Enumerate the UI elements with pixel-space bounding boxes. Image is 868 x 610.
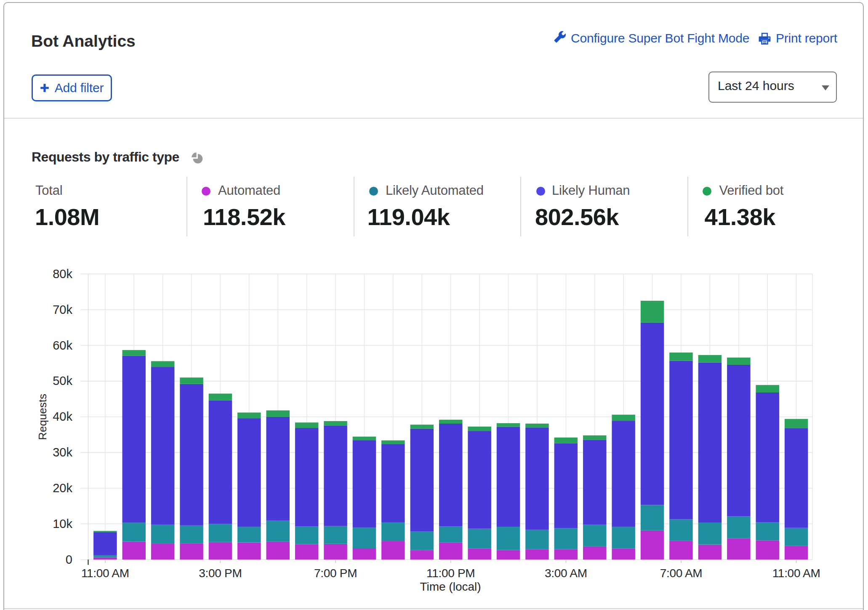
svg-text:3:00 AM: 3:00 AM bbox=[545, 567, 587, 580]
svg-text:11:00 PM: 11:00 PM bbox=[426, 567, 475, 580]
svg-text:30k: 30k bbox=[53, 446, 72, 459]
svg-text:11:00 AM: 11:00 AM bbox=[81, 567, 129, 580]
svg-text:70k: 70k bbox=[53, 303, 72, 316]
svg-text:7:00 AM: 7:00 AM bbox=[660, 567, 703, 580]
svg-text:3:00 PM: 3:00 PM bbox=[199, 567, 242, 580]
svg-text:80k: 80k bbox=[53, 267, 72, 281]
svg-text:Requests: Requests bbox=[36, 394, 49, 440]
svg-text:11:00 AM: 11:00 AM bbox=[772, 567, 820, 580]
svg-text:Time (local): Time (local) bbox=[420, 580, 481, 593]
svg-text:60k: 60k bbox=[53, 339, 72, 352]
svg-text:0: 0 bbox=[66, 553, 72, 566]
svg-text:10k: 10k bbox=[53, 517, 72, 530]
svg-text:7:00 PM: 7:00 PM bbox=[314, 567, 357, 580]
svg-text:20k: 20k bbox=[53, 481, 72, 495]
svg-text:40k: 40k bbox=[53, 410, 72, 423]
svg-text:50k: 50k bbox=[53, 374, 72, 387]
